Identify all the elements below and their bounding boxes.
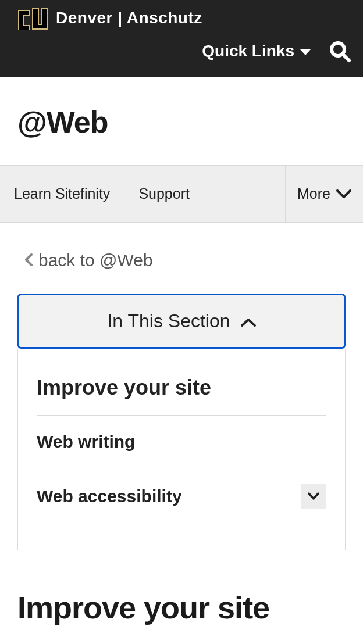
- nav-more-label: More: [297, 185, 330, 202]
- section-item-web-writing[interactable]: Web writing: [37, 416, 326, 467]
- caret-down-icon: [300, 49, 311, 55]
- campus-name[interactable]: Denver | Anschutz: [56, 9, 202, 27]
- in-this-section-label: In This Section: [107, 310, 230, 332]
- site-title[interactable]: @Web: [17, 105, 346, 139]
- quick-links-dropdown[interactable]: Quick Links: [202, 42, 311, 60]
- chevron-down-icon: [308, 492, 319, 500]
- nav-tab-support[interactable]: Support: [124, 166, 204, 222]
- back-link-label: back to @Web: [38, 251, 153, 270]
- section-item-label: Web writing: [37, 432, 135, 452]
- nav-tab-more[interactable]: More: [285, 166, 363, 222]
- chevron-down-icon: [336, 189, 351, 199]
- back-link[interactable]: back to @Web: [17, 223, 346, 294]
- chevron-up-icon: [241, 310, 256, 332]
- global-header: Denver | Anschutz Quick Links: [0, 0, 363, 77]
- page-heading: Improve your site: [17, 550, 346, 624]
- page-content: back to @Web In This Section Improve you…: [0, 223, 363, 624]
- section-item-label: Web accessibility: [37, 486, 182, 506]
- section-item-label: Improve your site: [37, 375, 211, 400]
- header-utility-row: Quick Links: [0, 31, 363, 77]
- search-icon[interactable]: [328, 40, 351, 63]
- section-menu: Improve your site Web writing Web access…: [17, 349, 346, 550]
- nav-tab-learn-sitefinity[interactable]: Learn Sitefinity: [0, 166, 124, 222]
- cu-logo[interactable]: [17, 6, 48, 30]
- primary-nav: Learn Sitefinity Support More: [0, 165, 363, 223]
- chevron-left-icon: [24, 251, 33, 270]
- section-item-improve-your-site[interactable]: Improve your site: [37, 359, 326, 416]
- header-brand-row: Denver | Anschutz: [0, 0, 363, 31]
- expand-toggle[interactable]: [301, 484, 326, 509]
- section-item-web-accessibility[interactable]: Web accessibility: [37, 467, 326, 524]
- site-title-region: @Web: [0, 77, 363, 165]
- in-this-section-toggle[interactable]: In This Section: [17, 294, 346, 349]
- svg-line-2: [343, 54, 349, 60]
- quick-links-label: Quick Links: [202, 42, 294, 60]
